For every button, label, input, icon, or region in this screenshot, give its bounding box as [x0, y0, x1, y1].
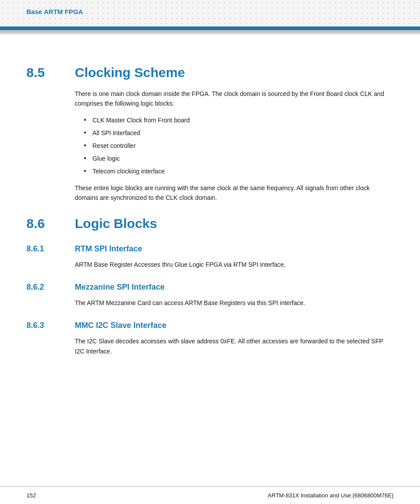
section-8-5-heading: 8.5 Clocking Scheme: [26, 65, 394, 80]
footer-page-number: 152: [26, 492, 36, 499]
section-8-6-title: Logic Blocks: [75, 216, 157, 231]
bullet-item-1: CLK Master Clock from Front board: [84, 116, 394, 125]
clocking-bullet-list: CLK Master Clock from Front board All SP…: [84, 116, 394, 176]
section-8-5-intro: There is one main clock domain inside th…: [75, 89, 394, 109]
section-8-5-outro: These entire logic blocks are running wi…: [75, 183, 394, 203]
section-8-6-1-number: 8.6.1: [26, 244, 62, 254]
section-8-5-title: Clocking Scheme: [75, 65, 185, 80]
section-8-6-1-heading: 8.6.1 RTM SPI Interface: [26, 244, 394, 254]
section-8-6-3-body: The I2C Slave decodes accesses with slav…: [75, 336, 394, 356]
section-8-5-number: 8.5: [26, 65, 62, 80]
header-title: Base ARTM FPGA: [26, 8, 83, 15]
section-8-6-2-number: 8.6.2: [26, 283, 62, 292]
main-content: 8.5 Clocking Scheme There is one main cl…: [0, 34, 420, 398]
section-8-6-2-heading: 8.6.2 Mezzanine SPI Interface: [26, 283, 394, 292]
section-8-6-3-title: MMC I2C Slave Interface: [75, 321, 166, 330]
bullet-item-3: Reset controller: [84, 141, 394, 151]
section-8-6-heading: 8.6 Logic Blocks: [26, 216, 394, 231]
footer-document: ARTM-831X Installation and Use (6806800M…: [268, 492, 394, 499]
section-8-6-number: 8.6: [26, 216, 62, 231]
section-8-6-2-title: Mezzanine SPI Interface: [75, 283, 165, 292]
header: Base ARTM FPGA: [0, 0, 420, 34]
section-8-6-1-title: RTM SPI Interface: [75, 244, 142, 254]
gray-bar: [0, 30, 420, 34]
section-8-6-1-body: ARTM Base Register Accesses thru Glue Lo…: [75, 260, 394, 269]
dot-pattern-header: Base ARTM FPGA: [0, 0, 420, 26]
section-8-6-3-number: 8.6.3: [26, 321, 62, 330]
bullet-item-5: Telecom clocking interface: [84, 167, 394, 176]
bullet-item-4: Glue logic: [84, 154, 394, 163]
blue-bar: [0, 26, 420, 30]
section-8-6-3-heading: 8.6.3 MMC I2C Slave Interface: [26, 321, 394, 330]
section-8-6-2-body: The ARTM Mezzanine Card can access ARTM …: [75, 298, 394, 308]
bullet-item-2: All SPI Interfaced: [84, 129, 394, 138]
footer: 152 ARTM-831X Installation and Use (6806…: [0, 486, 420, 504]
